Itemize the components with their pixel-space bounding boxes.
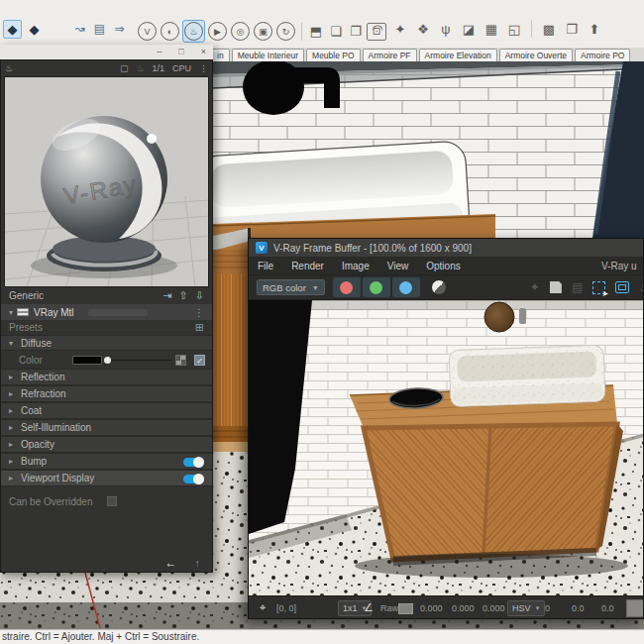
preview-header: ♨ ▢ ♨ 1/1 CPU ⋮ bbox=[1, 60, 212, 76]
preview-ratio[interactable]: 1/1 bbox=[152, 63, 164, 73]
infinite-plane-icon[interactable]: ◱ bbox=[505, 20, 523, 38]
batch-render-icon[interactable]: ↻ bbox=[276, 22, 295, 41]
section-self-illumination[interactable]: ▸ Self-Illumination bbox=[1, 419, 212, 436]
menu-file[interactable]: File bbox=[249, 261, 282, 271]
dome-light-icon[interactable]: ◠ bbox=[369, 20, 386, 38]
red-channel-button[interactable] bbox=[333, 277, 361, 297]
lens-effects-icon[interactable]: ✦ bbox=[530, 280, 540, 294]
scene-tab-meuble-po[interactable]: Meuble PO bbox=[306, 49, 361, 61]
vray-asset-cube-icon[interactable]: ◆ bbox=[3, 20, 22, 39]
maximize-icon[interactable]: □ bbox=[178, 48, 183, 56]
viewport-display-toggle[interactable] bbox=[183, 475, 204, 483]
kebab-menu-icon[interactable]: ⋮ bbox=[194, 307, 204, 318]
section-arrow-icon: ▸ bbox=[9, 406, 16, 415]
vray-objects-toolbar: ◠ ✦ ❖ ψ ◪ ▦ ◱ ▩ ❐ ⬆ bbox=[369, 20, 603, 38]
blue-channel-button[interactable] bbox=[392, 277, 420, 297]
partial-button[interactable] bbox=[626, 599, 644, 617]
scene-tab-partial[interactable]: in bbox=[211, 49, 230, 61]
render-viewport-icon[interactable]: ◎ bbox=[231, 22, 250, 41]
close-icon[interactable]: × bbox=[201, 48, 206, 56]
preview-frame-icon[interactable]: ▢ bbox=[120, 63, 129, 73]
frame-b-icon[interactable]: ❐ bbox=[347, 23, 365, 41]
vray-logo-icon[interactable]: V bbox=[138, 22, 157, 41]
viewport-faucet[interactable] bbox=[243, 61, 340, 115]
import-material-icon[interactable]: ⇧ bbox=[179, 289, 188, 302]
clipper-icon[interactable]: ◪ bbox=[460, 20, 478, 38]
export-arrow-icon[interactable]: ⇒ bbox=[111, 20, 128, 37]
menu-view[interactable]: View bbox=[378, 261, 418, 271]
color-slider-knob[interactable] bbox=[104, 357, 111, 364]
preview-menu-icon[interactable]: ⋮ bbox=[199, 63, 208, 73]
fur-icon[interactable]: ψ bbox=[437, 20, 455, 38]
export-image-icon[interactable]: ▤ bbox=[572, 280, 583, 294]
menu-render[interactable]: Render bbox=[282, 261, 333, 271]
section-label: Coat bbox=[21, 405, 42, 416]
preview-engine[interactable]: CPU bbox=[172, 63, 191, 73]
section-bump[interactable]: ▸ Bump bbox=[1, 453, 212, 470]
scene-tab-armoire-pf[interactable]: Armoire PF bbox=[363, 49, 417, 61]
render-icon[interactable]: ♨ bbox=[184, 22, 203, 41]
render-last-icon[interactable]: ♨ bbox=[639, 280, 643, 294]
presets-grid-icon[interactable]: ⊞ bbox=[195, 321, 204, 334]
back-arrow-icon[interactable]: ← bbox=[165, 556, 177, 570]
mono-channel-icon[interactable] bbox=[432, 280, 446, 294]
frame-buffer-icon[interactable]: ▣ bbox=[254, 22, 272, 41]
up-arrow-icon[interactable]: ↑ bbox=[195, 557, 201, 569]
section-refraction[interactable]: ▸ Refraction bbox=[1, 385, 212, 402]
save-material-icon[interactable]: ⇩ bbox=[195, 289, 204, 302]
vray-cube-icon[interactable]: ◆ bbox=[25, 20, 44, 39]
green-channel-button[interactable] bbox=[363, 277, 390, 297]
expand-arrow-icon[interactable]: ▾ bbox=[9, 308, 13, 317]
channel-combo[interactable]: RGB color ▼ bbox=[257, 279, 325, 295]
color-checkbox[interactable]: ✓ bbox=[194, 355, 205, 366]
rect-light-icon[interactable]: ✦ bbox=[391, 20, 409, 38]
rendered-image[interactable] bbox=[249, 300, 644, 595]
grid-icon[interactable]: ▩ bbox=[540, 20, 558, 38]
vray-update-text[interactable]: V-Ray u bbox=[601, 261, 643, 271]
render-region-icon[interactable] bbox=[615, 281, 629, 293]
texture-slot-icon[interactable] bbox=[175, 355, 186, 366]
section-reflection[interactable]: ▸ Reflection bbox=[1, 369, 212, 385]
color-slider-track[interactable] bbox=[108, 360, 171, 361]
menu-options[interactable]: Options bbox=[417, 261, 469, 271]
color-swatch[interactable] bbox=[72, 356, 102, 365]
vfb-titlebar[interactable]: V V-Ray Frame Buffer - [100.0% of 1600 x… bbox=[249, 239, 643, 257]
scene-tab-armoire-elevation[interactable]: Armoire Elevation bbox=[419, 49, 497, 61]
menu-image[interactable]: Image bbox=[333, 261, 378, 271]
report-icon[interactable]: ▤ bbox=[91, 20, 108, 37]
color-mode-combo[interactable]: HSV ▼ bbox=[507, 600, 545, 616]
save-image-icon[interactable] bbox=[550, 281, 562, 293]
frames-icon[interactable]: ❐ bbox=[563, 20, 581, 38]
section-opacity[interactable]: ▸ Opacity bbox=[1, 436, 212, 453]
bump-toggle[interactable] bbox=[183, 458, 204, 467]
curve-icon[interactable]: ∠ bbox=[364, 601, 374, 614]
viewport-cabinet bbox=[213, 228, 251, 452]
vray-render-toolbar: V ◐ ♨ ▶ ◎ ▣ ↻ ⬒ ❏ ❐ ⊡ bbox=[137, 20, 386, 43]
frame-a-icon[interactable]: ❏ bbox=[327, 23, 345, 41]
component-icon[interactable]: ⬆ bbox=[586, 20, 603, 38]
override-checkbox[interactable] bbox=[107, 496, 117, 506]
apply-to-selection-icon[interactable]: ⇥ bbox=[162, 289, 171, 302]
asset-editor-icon[interactable]: ◐ bbox=[161, 22, 179, 41]
section-viewport-display[interactable]: ▸ Viewport Display bbox=[1, 470, 212, 486]
presets-row[interactable]: Presets ⊞ bbox=[1, 320, 212, 335]
scene-tab-meuble-interieur[interactable]: Meuble Interieur bbox=[232, 49, 304, 61]
material-slider[interactable] bbox=[88, 309, 148, 316]
pixel-pin-icon[interactable]: ⌖ bbox=[260, 601, 266, 614]
vray-mtl-row[interactable]: ▾ VRay Mtl ⋮ bbox=[1, 304, 212, 320]
render-region-select-icon[interactable] bbox=[592, 281, 605, 294]
section-diffuse[interactable]: ▾ Diffuse bbox=[1, 335, 212, 351]
preview-teapot-icon[interactable]: ♨ bbox=[136, 63, 144, 73]
mesh-light-icon[interactable]: ▦ bbox=[483, 20, 500, 38]
freehand-icon[interactable]: ↝ bbox=[71, 20, 88, 37]
render-interactive-icon[interactable]: ▶ bbox=[208, 22, 227, 41]
viewport-select-icon[interactable]: ⬒ bbox=[307, 23, 325, 41]
minimize-icon[interactable]: – bbox=[157, 48, 161, 56]
material-preview[interactable]: V-Ray bbox=[4, 76, 209, 287]
section-coat[interactable]: ▸ Coat bbox=[1, 402, 212, 419]
scene-tab-armoire-ouverte[interactable]: Armoire Ouverte bbox=[499, 49, 573, 61]
render-preview-icon[interactable]: ♨ bbox=[5, 63, 13, 73]
zoom-value: 1x1 bbox=[343, 603, 358, 613]
sphere-light-icon[interactable]: ❖ bbox=[414, 20, 432, 38]
scene-tab-armoire-po[interactable]: Armoire PO bbox=[575, 49, 630, 61]
